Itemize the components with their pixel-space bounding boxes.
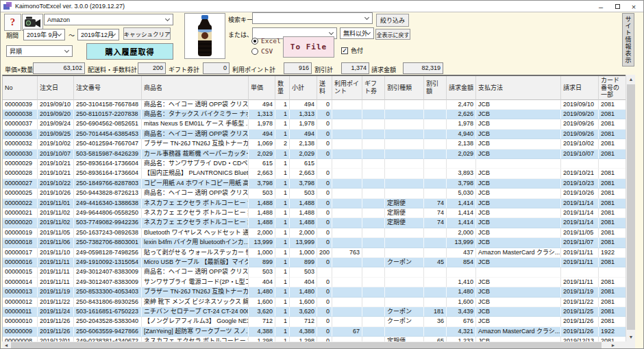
table-row[interactable]: 000000142019/11/11249-3012407-8383009サンワ… bbox=[3, 278, 626, 287]
cell-billing-date: 2019/11/07 bbox=[561, 238, 599, 248]
table-row[interactable]: 000000172019/11/10249-0598128-7498256貼って… bbox=[3, 248, 626, 258]
site-info-button[interactable]: サイト情報表示 bbox=[622, 13, 634, 67]
close-button[interactable]: × bbox=[626, 1, 642, 12]
column-header-points-used[interactable]: 利用ポイント bbox=[332, 76, 362, 100]
cell-order-number: 250-6904562-0852651 bbox=[74, 119, 142, 129]
cell-quantity: 1 bbox=[275, 327, 290, 337]
column-header-shipping[interactable]: 送料 bbox=[317, 76, 332, 100]
colorize-checkbox[interactable]: 色付 bbox=[341, 46, 363, 55]
table-row[interactable]: 000000382019/09/20250-8110157-2207838商品名… bbox=[3, 110, 626, 119]
table-row[interactable]: 000000132019/11/19250-8533300-4053403ブラザ… bbox=[3, 287, 626, 297]
table-row[interactable]: 000000202019/11/02503-7749082-9942236ネスカ… bbox=[3, 218, 626, 228]
sort-order-select[interactable]: 昇順 bbox=[6, 45, 73, 57]
scroll-right-icon[interactable]: ► bbox=[609, 341, 617, 349]
table-row[interactable]: 000000272019/10/22250-1849766-8287803コピー… bbox=[3, 179, 626, 189]
maximize-button[interactable] bbox=[609, 1, 626, 12]
cell-product-name: Bluetooth ワイヤレス ヘッドセット 通... bbox=[142, 228, 249, 238]
site-select-value: Amazon bbox=[47, 16, 70, 23]
table-row[interactable]: 000000302019/10/07503-5815987-8426239カール… bbox=[3, 149, 626, 159]
period-to-select[interactable]: 2019年12月 bbox=[77, 29, 119, 40]
column-header-payment-method[interactable]: 支払方法 bbox=[476, 76, 561, 100]
cell-discount-type bbox=[385, 139, 424, 149]
cell-points-used bbox=[332, 130, 362, 139]
cache-clear-button[interactable]: キャッシュクリア bbox=[123, 27, 171, 40]
table-row[interactable]: 000000082019/12/01249-0238381-4340672ネスカ… bbox=[3, 337, 626, 341]
cell-billing-date: 2019/10/07 bbox=[561, 149, 599, 159]
table-row[interactable]: 000000112019/11/24503-1616851-6750223ニチバ… bbox=[3, 307, 626, 317]
cell-discount-type bbox=[385, 267, 424, 277]
horizontal-scroll-thumb[interactable] bbox=[11, 342, 602, 348]
table-row[interactable]: 000000252019/10/26250-9443828-8726213商品名… bbox=[3, 189, 626, 198]
filter-button[interactable]: 絞り込み bbox=[376, 14, 409, 27]
table-row[interactable]: 000000192019/11/05250-1637243-0892638Blu… bbox=[3, 228, 626, 238]
scroll-left-icon[interactable]: ◄ bbox=[2, 341, 10, 349]
table-row[interactable]: 000000152019/11/11249-3012407-8383009商品名… bbox=[3, 267, 626, 277]
table-row[interactable]: 000000102019/11/26250-2043528-5383040【ノン… bbox=[3, 317, 626, 326]
horizontal-scrollbar[interactable]: ◄ ► bbox=[2, 341, 626, 349]
cell-gift-card bbox=[362, 159, 385, 169]
cell-billed-amount: 1,480 bbox=[447, 287, 476, 297]
cell-order-number: 250-8431806-8930256 bbox=[74, 298, 142, 307]
chevron-down-icon bbox=[57, 31, 62, 36]
cell-quantity: 1 bbox=[275, 307, 290, 317]
cell-no: 00000018 bbox=[3, 238, 38, 248]
table-row[interactable]: 000000282019/10/21250-8936164-1736604【国内… bbox=[3, 169, 626, 178]
cell-discount-type bbox=[385, 149, 424, 159]
table-row[interactable]: 000000092019/11/26250-6063559-9427866[Za… bbox=[3, 327, 626, 337]
column-header-discount-amount[interactable]: 割引額 bbox=[424, 76, 447, 100]
column-header-quantity[interactable]: 数量 bbox=[275, 76, 290, 100]
to-file-button[interactable]: To File bbox=[283, 36, 334, 58]
cell-discount-amount bbox=[424, 119, 447, 129]
cell-discount-amount bbox=[424, 130, 447, 139]
cell-points-used bbox=[332, 159, 362, 169]
minimize-button[interactable]: – bbox=[593, 1, 609, 12]
vertical-scrollbar[interactable]: ▲ ▼ bbox=[626, 75, 635, 341]
search-key-input[interactable] bbox=[252, 12, 373, 24]
free-filter-select[interactable]: 無料以外 bbox=[340, 27, 374, 39]
help-button[interactable]: ? bbox=[4, 14, 21, 31]
cell-no: 00000025 bbox=[3, 189, 38, 198]
cell-points-used bbox=[332, 267, 362, 277]
period-from-select[interactable]: 2019年 9月 bbox=[23, 29, 65, 40]
table-row[interactable]: 000000322019/10/02250-4012594-7667047ブラザ… bbox=[3, 139, 626, 149]
table-row[interactable]: 000000212019/11/02249-9644806-0558250ネスカ… bbox=[3, 208, 626, 218]
column-header-product-name[interactable]: 商品名 bbox=[142, 76, 249, 100]
table-row[interactable]: 000000122019/11/22250-8431806-8930256楽紳 … bbox=[3, 298, 626, 307]
cell-unit-price: 1,000 bbox=[249, 248, 275, 258]
cell-unit-price: 1,313 bbox=[249, 110, 275, 119]
column-header-billed-amount[interactable]: 請求金額 bbox=[447, 76, 476, 100]
cell-product-name: 商品名：ヘイコー 透明 OPP袋 クリスタ... bbox=[142, 189, 249, 198]
column-header-order-date[interactable]: 注文日 bbox=[38, 76, 74, 100]
table-row[interactable]: 000000222019/11/01249-4416340-1388638ネスカ… bbox=[3, 199, 626, 208]
column-header-gift-card[interactable]: ギフト券 bbox=[362, 76, 385, 100]
cell-points-used bbox=[332, 199, 362, 208]
excel-radio[interactable]: Excel bbox=[251, 37, 281, 45]
cell-billed-amount: 2,138 bbox=[447, 139, 476, 149]
table-row[interactable]: 000000392019/09/10250-3104158-7667848商品名… bbox=[3, 100, 626, 110]
table-row[interactable]: 000000292019/10/21250-8936164-1736604商品名… bbox=[3, 159, 626, 169]
cell-discount-type bbox=[385, 248, 424, 258]
column-header-billing-date[interactable]: 請求日 bbox=[561, 76, 599, 100]
column-header-no[interactable]: No bbox=[3, 76, 38, 100]
scroll-down-icon[interactable]: ▼ bbox=[626, 333, 636, 341]
column-header-unit-price[interactable]: 単価 bbox=[249, 76, 275, 100]
cell-no: 00000027 bbox=[3, 179, 38, 189]
gift-card-total-label: ギフト券計 bbox=[169, 65, 199, 74]
cell-payment-method: Amazon MasterCard クラシ... bbox=[476, 248, 561, 258]
vertical-scroll-thumb[interactable] bbox=[627, 84, 635, 330]
column-header-card-digits[interactable]: カード番号の一部 bbox=[599, 76, 626, 100]
cell-gift-card bbox=[362, 100, 385, 110]
show-all-button[interactable]: 全表示に戻す bbox=[375, 29, 410, 40]
column-header-order-number[interactable]: 注文番号 bbox=[74, 76, 142, 100]
site-select[interactable]: Amazon bbox=[44, 14, 173, 25]
table-row[interactable]: 000000182019/11/06250-7382706-8803001lex… bbox=[3, 238, 626, 248]
table-row[interactable]: 000000372019/09/24250-6904562-0852651mit… bbox=[3, 119, 626, 129]
excel-radio-label: Excel bbox=[261, 37, 281, 45]
column-header-discount-type[interactable]: 割引種類 bbox=[385, 76, 424, 100]
fetch-history-button[interactable]: 購入履歴取得 bbox=[86, 43, 173, 60]
table-row[interactable]: 000000362019/09/25250-7014454-6385453商品名… bbox=[3, 130, 626, 139]
scroll-up-icon[interactable]: ▲ bbox=[626, 75, 636, 84]
table-row[interactable]: 000000162019/11/11249-1910092-1315054Mic… bbox=[3, 258, 626, 267]
column-header-subtotal[interactable]: 小計 bbox=[290, 76, 317, 100]
csv-radio[interactable]: CSV bbox=[251, 47, 273, 55]
